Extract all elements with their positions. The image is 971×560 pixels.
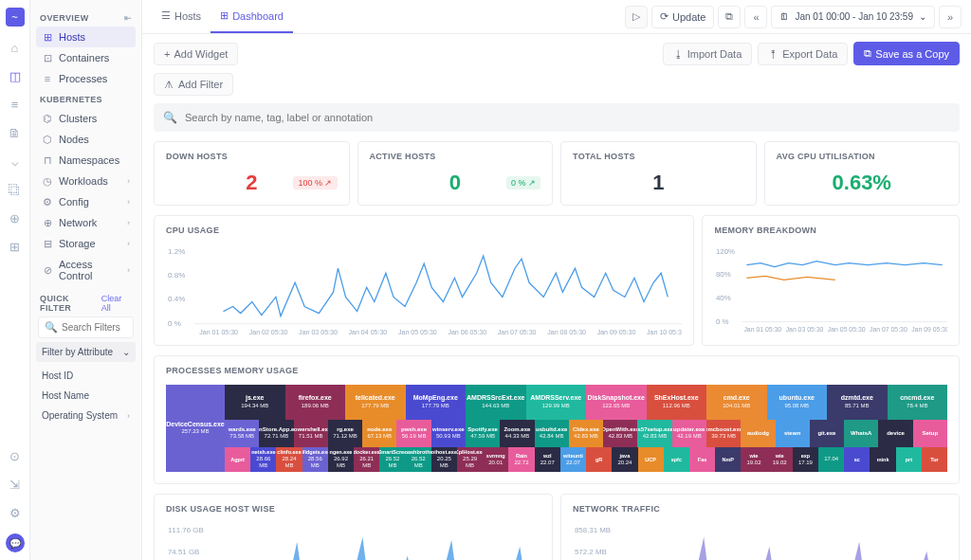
treemap-cell[interactable]: exp17.19	[793, 447, 818, 472]
treemap-cell[interactable]: winserv.exe50.93 MB	[431, 420, 466, 447]
home-icon[interactable]: ⌂	[8, 40, 23, 55]
search-filters-input[interactable]: 🔍	[38, 316, 134, 338]
treemap-cell[interactable]: device	[878, 420, 912, 447]
sidebar-item-hosts[interactable]: ⊞Hosts	[36, 27, 136, 47]
memory-breakdown-chart[interactable]: MEMORY BREAKDOWN 120%80%40%0 % Jan 01 05…	[702, 215, 960, 346]
graph-icon[interactable]: ⿻	[8, 182, 23, 197]
sidebar-item-network[interactable]: ⊕Network›	[36, 212, 136, 233]
add-filter-button[interactable]: ⩚ Add Filter	[154, 73, 233, 96]
sidebar-item-namespaces[interactable]: ⊓Namespaces	[36, 150, 136, 171]
treemap-cell[interactable]: Spotify.exe47.59 MB	[466, 420, 500, 447]
rewind-button[interactable]: «	[744, 6, 767, 28]
treemap-cell[interactable]: wards.exe73.58 MB	[225, 420, 259, 447]
treemap-cell[interactable]: bashbrothr26.52 MB	[406, 447, 431, 472]
treemap-cell[interactable]: ShExHost.exe112.96 MB	[647, 385, 707, 420]
treemap-cell[interactable]: netsh.exe28.66 MB	[250, 447, 276, 472]
treemap-cell[interactable]: Setup	[913, 420, 947, 447]
treemap-cell[interactable]: dzmtd.exe85.71 MB	[827, 385, 888, 420]
treemap-cell[interactable]: audiodg	[741, 420, 775, 447]
stat-down-hosts[interactable]: DOWN HOSTS2100 % ↗	[154, 141, 350, 206]
link-icon[interactable]: ⇲	[8, 477, 23, 492]
settings-icon[interactable]: ⚙	[8, 505, 23, 520]
search-bar[interactable]: 🔍	[154, 103, 960, 132]
treemap-cell[interactable]: OpenWith.exe42.83 MB	[603, 420, 637, 447]
treemap-cell[interactable]: xmcboost.exe39.73 MB	[706, 420, 741, 447]
stat-avg-cpu-utilisation[interactable]: AVG CPU UTILISATION0.63%	[764, 141, 961, 206]
copy-button[interactable]: ⧉	[718, 6, 741, 28]
treemap-cell[interactable]: DeviceCensus.exe257.23 MB	[166, 385, 225, 472]
robot-icon[interactable]: ⊕	[8, 210, 23, 226]
apps-icon[interactable]: ⊞	[8, 239, 23, 254]
treemap-cell[interactable]: git.exe	[810, 420, 844, 447]
collapse-sidebar-icon[interactable]: ⇤	[124, 13, 132, 23]
treemap-cell[interactable]: wie19.02	[767, 447, 793, 472]
treemap-cell[interactable]: ngen.exe26.92 MB	[328, 447, 354, 472]
chat-icon[interactable]: 💬	[6, 533, 25, 552]
treemap-cell[interactable]: MoMpEng.exe177.79 MB	[406, 385, 467, 420]
sidebar-item-containers[interactable]: ⊡Containers	[36, 47, 136, 68]
treemap-cell[interactable]: ls57setup.exe42.83 MB	[637, 420, 671, 447]
treemap-cell[interactable]: oihost.exe20.25 MB	[431, 447, 457, 472]
metrics-icon[interactable]: ≡	[8, 97, 23, 112]
filter-opt-operating-system[interactable]: Operating System›	[36, 406, 136, 425]
stat-active-hosts[interactable]: ACTIVE HOSTS00 % ↗	[357, 141, 554, 206]
treemap-cell[interactable]: WinStore.App.exe72.71 MB	[259, 420, 293, 447]
treemap-cell[interactable]: Zoom.exe44.33 MB	[500, 420, 534, 447]
sidebar-item-access-control[interactable]: ⊘Access Control›	[36, 254, 136, 286]
treemap-cell[interactable]: rg.exe71.12 MB	[328, 420, 362, 447]
treemap-cell[interactable]: Fas	[689, 447, 715, 472]
app-logo[interactable]: ~	[6, 8, 25, 27]
sidebar-item-config[interactable]: ⚙Config›	[36, 191, 136, 212]
treemap-cell[interactable]: sc	[844, 447, 870, 472]
treemap-cell[interactable]: AMDRSServ.exe129.99 MB	[526, 385, 587, 420]
sidebar-item-nodes[interactable]: ⬡Nodes	[36, 129, 136, 150]
hosts-icon[interactable]: ◫	[8, 68, 23, 83]
treemap-cell[interactable]: Rain22.72	[508, 447, 534, 472]
treemap-cell[interactable]: Cldex.exe42.83 MB	[569, 420, 603, 447]
add-widget-button[interactable]: + Add Widget	[154, 43, 238, 65]
headset-icon[interactable]: ⊙	[8, 448, 23, 463]
treemap-cell[interactable]: cmd.exe104.01 MB	[706, 385, 767, 420]
treemap-cell[interactable]: steam	[776, 420, 810, 447]
network-traffic-chart[interactable]: NETWORK TRAFFIC 858.31 MB572.2 MB286.1 M…	[560, 494, 960, 560]
treemap-cell[interactable]: SmartScree26.52 MB	[379, 447, 405, 472]
treemap-cell[interactable]: firefox.exe189.06 MB	[285, 385, 346, 420]
treemap-cell[interactable]: witeunti22.07	[560, 447, 586, 472]
treemap-cell[interactable]: powershell.exe71.51 MB	[294, 420, 328, 447]
treemap-cell[interactable]: node.exe67.13 MB	[362, 420, 396, 447]
treemap-cell[interactable]: docker.exe26.21 MB	[354, 447, 379, 472]
doc-icon[interactable]: 🗎	[8, 125, 23, 140]
sidebar-item-processes[interactable]: ≡Processes	[36, 68, 136, 89]
filter-opt-host-name[interactable]: Host Name	[36, 386, 136, 406]
export-data-button[interactable]: ⭱ Export Data	[758, 43, 848, 65]
treemap-cell[interactable]: ubuntu.exe95.08 MB	[767, 385, 828, 420]
treemap-cell[interactable]: WhatsA	[844, 420, 878, 447]
treemap-cell[interactable]: pwsh.exe56.19 MB	[396, 420, 431, 447]
filter-by-attribute[interactable]: Filter by Attribute ⌄	[36, 342, 136, 362]
treemap-cell[interactable]: Widgets.exe28.56 MB	[302, 447, 328, 472]
sidebar-item-storage[interactable]: ⊟Storage›	[36, 233, 136, 254]
tab-hosts[interactable]: ☰Hosts	[152, 0, 211, 33]
forward-button[interactable]: »	[939, 6, 962, 28]
daterange-picker[interactable]: 🗓 Jan 01 00:00 - Jan 10 23:59 ⌄	[771, 6, 935, 28]
treemap-cell[interactable]: clinfo.exe28.24 MB	[276, 447, 302, 472]
treemap-cell[interactable]: svrmng20.01	[483, 447, 508, 472]
search-input[interactable]	[185, 112, 950, 123]
import-data-button[interactable]: ⭳ Import Data	[663, 43, 752, 65]
treemap-cell[interactable]: CplHost.exe25.29 MB	[457, 447, 483, 472]
play-button[interactable]: ▷	[625, 6, 648, 28]
cpu-usage-chart[interactable]: CPU USAGE 1.2%0.8%0.4%0 % Jan 01 05:30Ja…	[154, 215, 694, 346]
treemap-cell[interactable]: prt	[896, 447, 922, 472]
treemap-cell[interactable]: AMDRSSrcExt.exe144.63 MB	[466, 385, 526, 420]
disk-usage-chart[interactable]: DISK USAGE HOST WISE 111.76 GB74.51 GB37…	[154, 494, 553, 560]
treemap-cell[interactable]: mink	[870, 447, 895, 472]
treemap-cell[interactable]: wie19.02	[741, 447, 766, 472]
clear-all-link[interactable]: Clear All	[101, 294, 132, 313]
save-as-copy-button[interactable]: ⧉ Save as a Copy	[853, 42, 960, 65]
treemap-cell[interactable]: wzl22.07	[535, 447, 560, 472]
treemap-cell[interactable]: spfc	[664, 447, 689, 472]
treemap-cell[interactable]: Tur	[922, 447, 947, 472]
filter-opt-host-id[interactable]: Host ID	[36, 366, 136, 386]
sidebar-item-clusters[interactable]: ⌬Clusters	[36, 108, 136, 129]
treemap-cell[interactable]: Agprt	[225, 447, 250, 472]
